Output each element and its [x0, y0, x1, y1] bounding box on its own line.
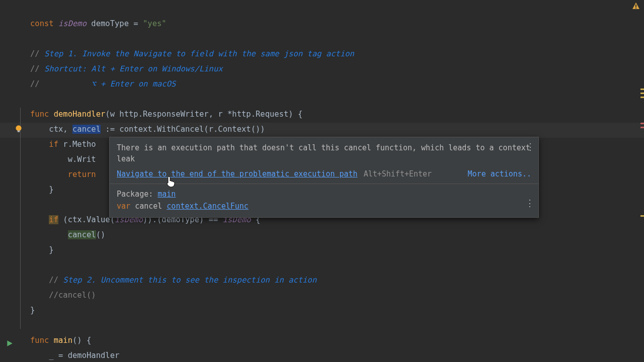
run-gutter-icon[interactable]: [6, 338, 13, 349]
doc-package-label: Package:: [117, 190, 153, 199]
type-ref: demoType: [91, 19, 129, 28]
code-line[interactable]: cancel(): [0, 227, 644, 242]
code-line[interactable]: [0, 92, 644, 107]
doc-var-keyword: var: [117, 202, 130, 211]
more-actions-link[interactable]: More actions..: [468, 169, 531, 178]
code-line[interactable]: const isDemo demoType = "yes": [0, 16, 644, 31]
code-line[interactable]: [0, 257, 644, 273]
keyword-return: return: [68, 170, 96, 179]
comment-text: Step 1. Invoke the Navigate to field wit…: [44, 49, 354, 58]
code-line[interactable]: // Step 2. Uncomment this to see the ins…: [0, 273, 644, 288]
code-line[interactable]: //cancel(): [0, 288, 644, 303]
keyword-const: const: [30, 19, 54, 28]
svg-rect-1: [18, 130, 20, 132]
keyword-func: func: [30, 336, 49, 345]
func-name: main: [54, 336, 72, 345]
svg-rect-3: [635, 8, 636, 9]
mark-warning[interactable]: [640, 88, 644, 90]
highlighted-ident: cancel: [72, 125, 101, 134]
ident-ref: demoHandler: [68, 351, 120, 360]
code-line[interactable]: func demoHandler(w http.ResponseWriter, …: [0, 107, 644, 122]
comment-text: ⌥ + Enter on macOS: [91, 79, 176, 88]
intention-bulb-icon[interactable]: [14, 124, 22, 132]
code-line[interactable]: [0, 31, 644, 46]
tooltip-shortcut: Alt+Shift+Enter: [364, 169, 432, 178]
code-line[interactable]: func main() {: [0, 333, 644, 348]
code-line[interactable]: }: [0, 303, 644, 318]
doc-menu-icon[interactable]: ⋮: [525, 197, 534, 209]
comment-text: Step 2. Uncomment this to see the inspec…: [63, 276, 316, 285]
indent-guide: [20, 108, 21, 329]
tooltip-menu-icon[interactable]: ⋮: [526, 141, 534, 152]
code-line[interactable]: _ = demoHandler: [0, 348, 644, 362]
keyword-func: func: [30, 110, 49, 119]
comment-text: Shortcut: Alt + Enter on Windows/Linux: [44, 64, 223, 73]
highlighted-if: if: [49, 215, 58, 224]
mark-warning[interactable]: [640, 93, 644, 94]
code-line[interactable]: }: [0, 242, 644, 257]
quick-doc: Package: main var cancel context.CancelF…: [110, 184, 538, 217]
mark-warning[interactable]: [640, 97, 644, 98]
code-line[interactable]: // Shortcut: Alt + Enter on Windows/Linu…: [0, 61, 644, 76]
const-name: isDemo: [58, 19, 87, 28]
code-line[interactable]: // Step 1. Invoke the Navigate to field …: [0, 46, 644, 61]
code-line[interactable]: [0, 318, 644, 333]
mark-error[interactable]: [640, 123, 644, 124]
svg-rect-2: [635, 5, 636, 7]
doc-var-name: cancel: [135, 202, 162, 211]
func-name: demoHandler: [54, 110, 106, 119]
code-line[interactable]: ctx, cancel := context.WithCancel(r.Cont…: [0, 122, 644, 137]
highlighted-call: cancel: [68, 230, 96, 239]
navigate-link[interactable]: Navigate to the end of the problematic e…: [117, 169, 358, 178]
doc-package-name[interactable]: main: [157, 190, 176, 199]
code-line[interactable]: // ⌥ + Enter on macOS: [0, 76, 644, 92]
warning-indicator-icon[interactable]: [632, 2, 640, 12]
doc-var-type[interactable]: context.CancelFunc: [167, 202, 249, 211]
mark-warning[interactable]: [640, 215, 644, 217]
scrollbar-marks[interactable]: [640, 0, 644, 362]
string-literal: "yes": [143, 19, 167, 28]
svg-point-0: [16, 125, 21, 131]
tooltip-message: There is an execution path that doesn't …: [110, 137, 538, 167]
inspection-tooltip: ⋮ There is an execution path that doesn'…: [109, 137, 539, 218]
mark-error[interactable]: [640, 127, 644, 128]
